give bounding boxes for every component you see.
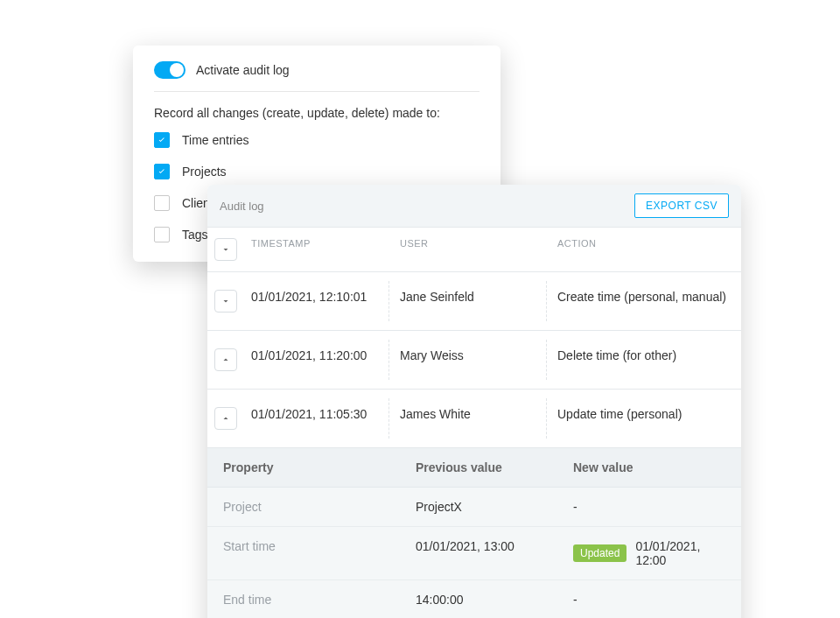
chevron-down-icon bbox=[220, 296, 231, 306]
option-row[interactable]: Projects bbox=[154, 164, 480, 179]
auditlog-table: TIMESTAMP USER ACTION 01/01/2021, 12:10:… bbox=[207, 228, 741, 618]
cell-user: Jane Seinfeld bbox=[400, 272, 557, 331]
detail-new-text: 01/01/2021, 12:00 bbox=[635, 539, 725, 567]
cell-timestamp: 01/01/2021, 11:20:00 bbox=[251, 331, 400, 390]
updated-badge: Updated bbox=[573, 544, 626, 562]
export-csv-button[interactable]: EXPORT CSV bbox=[634, 193, 729, 218]
detail-property: Project bbox=[207, 488, 400, 527]
detail-col-property: Property bbox=[207, 448, 400, 488]
detail-new-value: - bbox=[557, 488, 741, 527]
auditlog-title: Audit log bbox=[220, 200, 264, 213]
detail-previous-value: 14:00:00 bbox=[400, 580, 557, 618]
option-checkbox[interactable] bbox=[154, 227, 170, 242]
cell-action: Create time (personal, manual) bbox=[557, 272, 741, 331]
col-header-action: ACTION bbox=[557, 228, 741, 272]
detail-previous-value: 01/01/2021, 13:00 bbox=[400, 527, 557, 580]
activate-label: Activate audit log bbox=[196, 63, 290, 77]
activate-toggle[interactable] bbox=[154, 61, 186, 79]
activate-row: Activate audit log bbox=[154, 61, 480, 92]
chevron-up-icon bbox=[220, 413, 231, 424]
detail-new-text: - bbox=[573, 593, 578, 607]
option-row[interactable]: Time entries bbox=[154, 132, 480, 148]
record-description: Record all changes (create, update, dele… bbox=[154, 106, 480, 120]
option-label: Projects bbox=[182, 165, 227, 179]
detail-previous-value: ProjectX bbox=[400, 488, 557, 527]
col-header-timestamp: TIMESTAMP bbox=[251, 228, 400, 272]
detail-col-new: New value bbox=[557, 448, 741, 488]
expand-row-button[interactable] bbox=[214, 290, 237, 313]
detail-new-value: - bbox=[557, 580, 741, 618]
cell-timestamp: 01/01/2021, 11:05:30 bbox=[251, 390, 400, 448]
collapse-row-button[interactable] bbox=[214, 348, 237, 371]
option-label: Tags bbox=[182, 228, 208, 242]
detail-new-text: - bbox=[573, 500, 578, 514]
expand-all-button[interactable] bbox=[214, 238, 237, 261]
detail-property: End time bbox=[207, 580, 400, 618]
auditlog-card: Audit log EXPORT CSV TIMESTAMP USER ACTI… bbox=[207, 185, 741, 618]
option-checkbox[interactable] bbox=[154, 164, 170, 179]
cell-user: James White bbox=[400, 390, 557, 448]
detail-new-value: Updated01/01/2021, 12:00 bbox=[557, 527, 741, 580]
cell-user: Mary Weiss bbox=[400, 331, 557, 390]
detail-col-previous: Previous value bbox=[400, 448, 557, 488]
collapse-row-button[interactable] bbox=[214, 407, 237, 430]
chevron-down-icon bbox=[220, 244, 231, 255]
option-checkbox[interactable] bbox=[154, 132, 170, 148]
cell-action: Update time (personal) bbox=[557, 390, 741, 448]
cell-action: Delete time (for other) bbox=[557, 331, 741, 390]
detail-table: PropertyPrevious valueNew valueProjectPr… bbox=[207, 448, 741, 618]
option-label: Time entries bbox=[182, 133, 249, 147]
auditlog-header: Audit log EXPORT CSV bbox=[207, 185, 741, 228]
cell-timestamp: 01/01/2021, 12:10:01 bbox=[251, 272, 400, 331]
option-checkbox[interactable] bbox=[154, 195, 170, 211]
detail-property: Start time bbox=[207, 527, 400, 580]
chevron-up-icon bbox=[220, 355, 231, 365]
col-header-user: USER bbox=[400, 228, 557, 272]
